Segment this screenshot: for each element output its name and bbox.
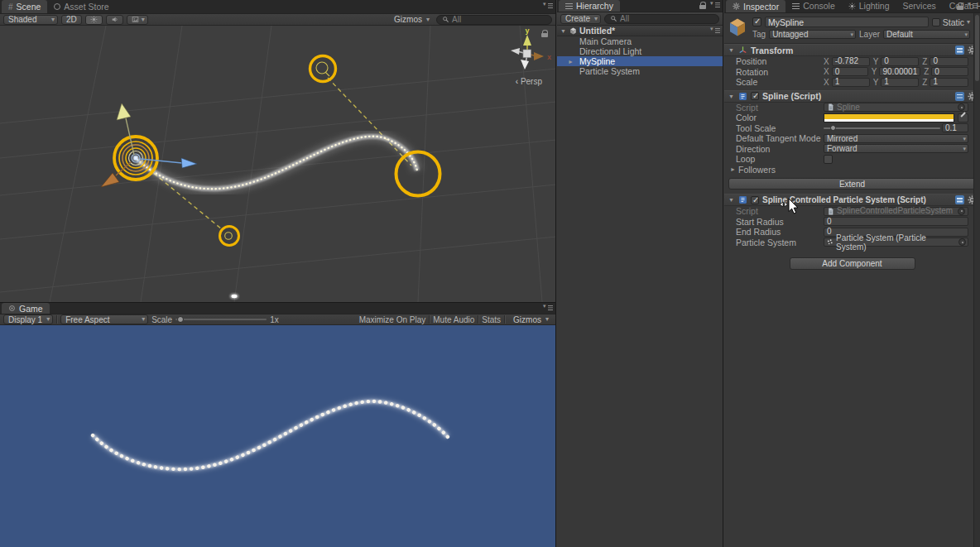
active-checkbox[interactable] <box>752 17 761 26</box>
scrollbar-thumb[interactable] <box>975 15 979 81</box>
tab-hierarchy[interactable]: Hierarchy <box>559 0 620 12</box>
game-gizmos-dropdown[interactable]: Gizmos <box>508 314 552 324</box>
loop-checkbox[interactable] <box>824 155 833 164</box>
lock-icon[interactable] <box>699 2 707 9</box>
tab-services[interactable]: Services <box>896 0 943 12</box>
tab-scene-label: Scene <box>17 2 41 12</box>
scene-row-menu-icon[interactable] <box>710 27 720 35</box>
object-picker-icon[interactable] <box>958 238 966 246</box>
help-book-icon[interactable] <box>955 92 964 101</box>
hierarchy-item-myspline[interactable]: MySpline <box>557 56 723 66</box>
spline-foldout[interactable] <box>728 94 735 99</box>
inspector-tabbar: Inspector Console Lighting Services Coll… <box>724 0 980 13</box>
axis-neg-cone-left[interactable] <box>511 48 520 55</box>
transform-header[interactable]: Transform <box>724 44 980 56</box>
color-swatch[interactable] <box>824 113 954 122</box>
gameobject-name-field[interactable]: MySpline <box>765 17 929 27</box>
position-x-field[interactable]: -0.782 <box>832 57 870 66</box>
2d-toggle-button[interactable]: 2D <box>61 15 82 25</box>
mute-audio-toggle[interactable]: Mute Audio <box>433 315 474 324</box>
myspline-foldout[interactable] <box>567 59 574 65</box>
spline-particle-header[interactable]: Spline Controlled Particle System (Scrip… <box>724 194 980 206</box>
tab-asset-store[interactable]: Asset Store <box>47 0 115 13</box>
tab-game[interactable]: Game <box>2 303 50 314</box>
spline-tangent-handle-bottom[interactable] <box>220 227 239 246</box>
followers-row[interactable]: Followers <box>724 165 980 175</box>
display-dropdown[interactable]: Display 1 <box>3 314 53 324</box>
tab-lighting[interactable]: Lighting <box>842 0 896 12</box>
tool-scale-slider[interactable] <box>824 127 940 129</box>
hierarchy-item-directional-light[interactable]: Directional Light <box>557 46 723 56</box>
tab-inspector[interactable]: Inspector <box>726 0 785 12</box>
spline-enabled-checkbox[interactable] <box>751 92 759 100</box>
tag-dropdown[interactable]: Untagged <box>769 30 856 39</box>
hierarchy-search-input[interactable]: All <box>604 14 719 24</box>
script-object-field[interactable]: Spline <box>824 103 968 112</box>
add-component-button[interactable]: Add Component <box>790 257 915 270</box>
help-book-icon[interactable] <box>955 46 964 55</box>
lock-icon[interactable] <box>957 2 964 10</box>
scale-z-field[interactable]: 1 <box>930 78 968 87</box>
panel-menu-icon[interactable] <box>543 2 553 10</box>
maximize-on-play-toggle[interactable]: Maximize On Play <box>359 315 426 324</box>
hierarchy-item-particle-system[interactable]: Particle System <box>557 66 723 76</box>
axis-y-cone[interactable] <box>523 35 531 46</box>
axis-center-cube[interactable] <box>523 50 531 58</box>
position-z-field[interactable]: 0 <box>930 57 968 66</box>
tab-scene[interactable]: Scene <box>2 0 47 13</box>
gizmo-lock-icon[interactable] <box>541 30 549 37</box>
aspect-dropdown[interactable]: Free Aspect <box>60 314 148 324</box>
spline-particle-foldout[interactable] <box>728 197 735 203</box>
particle-system-object-field[interactable]: Particle System (Particle System) <box>824 238 968 247</box>
scene-search-input[interactable]: All <box>436 15 552 25</box>
hierarchy-item-main-camera[interactable]: Main Camera <box>557 36 723 46</box>
axis-neg-cone-down[interactable] <box>521 60 529 70</box>
tool-scale-knob[interactable] <box>830 125 836 131</box>
object-picker-icon[interactable] <box>958 208 965 215</box>
shading-mode-dropdown[interactable]: Shaded <box>3 15 58 25</box>
scene-viewport[interactable]: y x Persp <box>0 26 555 302</box>
scene-foldout[interactable] <box>560 28 567 34</box>
scale-y-field[interactable]: 1 <box>881 78 919 87</box>
static-dropdown[interactable]: Static <box>932 17 970 27</box>
start-radius-field[interactable]: 0 <box>824 217 968 226</box>
scene-lighting-toggle[interactable] <box>85 15 103 25</box>
spline-particle-enabled-checkbox[interactable] <box>751 196 759 204</box>
panel-menu-icon[interactable] <box>543 305 553 312</box>
create-dropdown[interactable]: Create <box>560 14 601 24</box>
spline-tangent-handle-top[interactable] <box>310 56 336 82</box>
transform-foldout[interactable] <box>728 47 735 53</box>
rotation-z-field[interactable]: 0 <box>931 67 968 76</box>
move-gizmo-z-arrow[interactable] <box>181 158 197 168</box>
position-y-field[interactable]: 0 <box>881 57 919 66</box>
scene-effects-dropdown[interactable] <box>127 15 148 25</box>
spline-header[interactable]: Spline (Script) <box>724 90 980 103</box>
scale-slider-knob[interactable] <box>177 316 184 323</box>
stats-toggle[interactable]: Stats <box>482 315 501 324</box>
panel-menu-icon[interactable] <box>968 2 978 10</box>
scene-audio-toggle[interactable] <box>106 15 123 25</box>
object-picker-icon[interactable] <box>958 103 965 111</box>
tab-console[interactable]: Console <box>785 0 842 12</box>
rotation-y-field[interactable]: 90.00001 <box>879 67 920 76</box>
direction-dropdown[interactable]: Forward <box>824 144 968 153</box>
eyedropper-icon[interactable] <box>958 113 968 122</box>
scene-gizmos-dropdown[interactable]: Gizmos <box>389 15 433 25</box>
extend-button[interactable]: Extend <box>728 178 976 190</box>
tool-scale-value-field[interactable]: 0.1 <box>942 123 968 132</box>
spline-selected-point[interactable] <box>114 137 157 180</box>
perspective-label[interactable]: Persp <box>516 77 542 86</box>
tangent-mode-dropdown[interactable]: Mirrored <box>824 134 968 143</box>
hierarchy-scene-row[interactable]: Untitled* <box>557 26 723 36</box>
help-book-icon[interactable] <box>955 195 964 204</box>
followers-foldout[interactable] <box>729 166 737 172</box>
axis-x-cone[interactable] <box>534 52 544 60</box>
game-scale-slider[interactable] <box>175 319 267 320</box>
panel-menu-icon[interactable] <box>710 2 720 9</box>
layer-dropdown[interactable]: Default <box>883 30 970 39</box>
static-checkbox[interactable] <box>932 18 940 26</box>
inspector-scrollbar[interactable] <box>973 13 980 547</box>
rotation-x-field[interactable]: 0 <box>832 67 868 76</box>
scale-x-field[interactable]: 1 <box>832 78 870 87</box>
script-object-field[interactable]: SplineControlledParticleSystem <box>824 207 968 216</box>
